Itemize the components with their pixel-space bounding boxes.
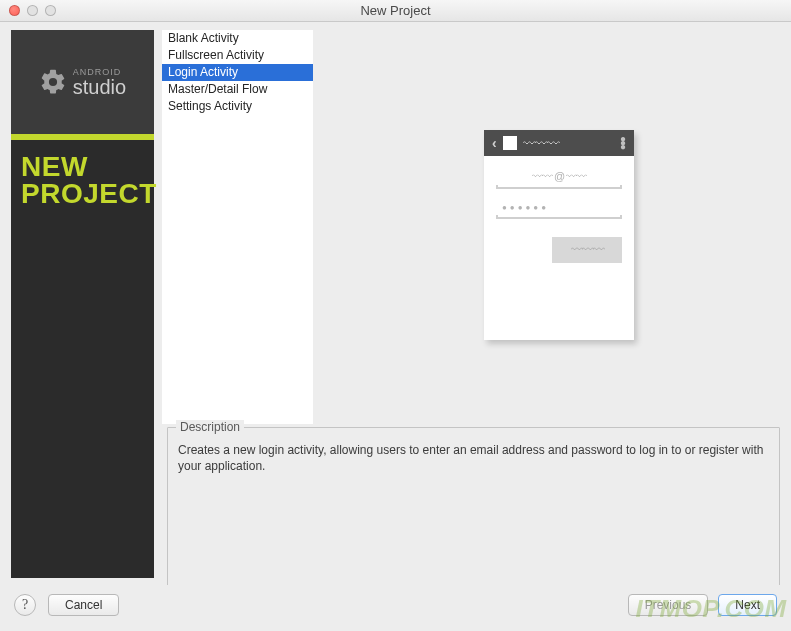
banner-line-1: NEW — [21, 154, 144, 181]
app-icon-placeholder — [503, 136, 517, 150]
zoom-window-button[interactable] — [45, 5, 56, 16]
email-field-placeholder: 〰〰 @ 〰〰 — [496, 170, 622, 185]
template-preview-area: ‹ 〰〰〰 ●●● 〰〰 @ 〰〰 ●●●●●● 〰〰〰 — [314, 30, 780, 424]
banner-line-2: PROJECT — [21, 181, 144, 208]
activity-item-settings[interactable]: Settings Activity — [162, 98, 313, 115]
password-field-placeholder: ●●●●●● — [496, 203, 622, 215]
description-text: Creates a new login activity, allowing u… — [168, 428, 779, 484]
gear-icon — [39, 68, 67, 96]
wizard-button-bar: ? Cancel Previous Next — [0, 585, 791, 631]
wizard-body: ANDROID studio NEW PROJECT Blank Activit… — [0, 22, 791, 585]
activity-template-list[interactable]: Blank Activity Fullscreen Activity Login… — [162, 30, 313, 424]
help-button[interactable]: ? — [14, 594, 36, 616]
cancel-button[interactable]: Cancel — [48, 594, 119, 616]
wizard-sidebar: ANDROID studio NEW PROJECT — [11, 30, 154, 578]
overflow-menu-icon: ●●● — [620, 137, 626, 149]
logo-text-studio: studio — [73, 77, 126, 97]
previous-button[interactable]: Previous — [628, 594, 709, 616]
minimize-window-button[interactable] — [27, 5, 38, 16]
activity-item-fullscreen[interactable]: Fullscreen Activity — [162, 47, 313, 64]
next-button[interactable]: Next — [718, 594, 777, 616]
description-legend: Description — [176, 420, 244, 434]
login-button-placeholder: 〰〰〰 — [552, 237, 622, 263]
traffic-lights — [0, 5, 56, 16]
close-window-button[interactable] — [9, 5, 20, 16]
description-groupbox: Description Creates a new login activity… — [167, 427, 780, 598]
activity-item-login[interactable]: Login Activity — [162, 64, 313, 81]
login-activity-mockup: ‹ 〰〰〰 ●●● 〰〰 @ 〰〰 ●●●●●● 〰〰〰 — [484, 130, 634, 340]
android-studio-logo: ANDROID studio — [11, 30, 154, 134]
mockup-title-placeholder: 〰〰〰 — [523, 136, 559, 151]
activity-item-master-detail[interactable]: Master/Detail Flow — [162, 81, 313, 98]
mockup-actionbar: ‹ 〰〰〰 ●●● — [484, 130, 634, 156]
back-chevron-icon: ‹ — [492, 135, 497, 151]
window-title: New Project — [0, 3, 791, 18]
mockup-body: 〰〰 @ 〰〰 ●●●●●● 〰〰〰 — [484, 156, 634, 277]
login-button-label-placeholder: 〰〰〰 — [571, 243, 604, 257]
window-titlebar: New Project — [0, 0, 791, 22]
email-underline — [496, 185, 622, 189]
password-underline — [496, 215, 622, 219]
wizard-step-banner: NEW PROJECT — [11, 140, 154, 221]
activity-item-blank[interactable]: Blank Activity — [162, 30, 313, 47]
